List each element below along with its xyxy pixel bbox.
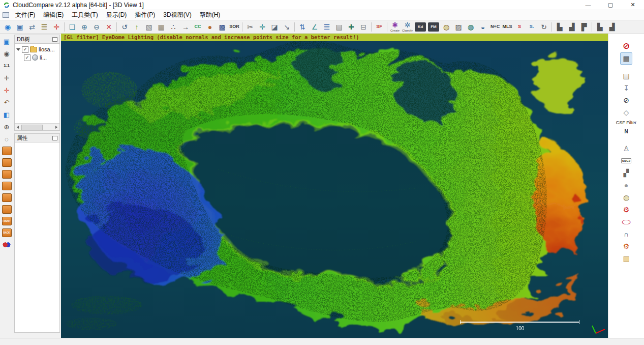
- remove-icon[interactable]: ⊟: [357, 21, 370, 33]
- edl-filter-icon[interactable]: ▦: [620, 52, 632, 65]
- sor-filter-icon[interactable]: SOR: [228, 21, 240, 33]
- menu-display[interactable]: 显示(D): [102, 10, 131, 20]
- scroll-left-icon[interactable]: [15, 124, 21, 130]
- menu-3dview[interactable]: 3D视图(V): [159, 10, 195, 20]
- scrollbar-thumb[interactable]: [21, 125, 43, 130]
- poisson-icon[interactable]: ◍: [621, 192, 632, 203]
- screenshot-icon[interactable]: ◉: [1, 48, 12, 59]
- facet-plugin-icon-2[interactable]: ▟: [566, 21, 578, 33]
- tree-item-cloud[interactable]: ✓ li...: [24, 53, 58, 62]
- apply-transform-icon[interactable]: ✛: [50, 21, 63, 33]
- sphere-grid-icon[interactable]: ◒: [477, 21, 489, 33]
- undock-icon[interactable]: [52, 136, 57, 140]
- perspective-icon[interactable]: ◧: [1, 109, 12, 120]
- magnifier-icon[interactable]: ◌: [1, 133, 12, 145]
- horizontal-scrollbar[interactable]: [15, 123, 59, 130]
- pcv-sphere-icon[interactable]: ●: [621, 180, 632, 191]
- visibility-checkbox[interactable]: ✓: [22, 46, 28, 53]
- maximize-button[interactable]: ▢: [599, 0, 622, 10]
- canupo-classify-icon[interactable]: ✲Classify: [401, 21, 414, 33]
- loop-icon[interactable]: ↻: [538, 21, 550, 33]
- m3c2-icon[interactable]: M3C2: [621, 155, 632, 166]
- bottom-view-icon[interactable]: [2, 158, 12, 167]
- zoom-fit-icon[interactable]: ✛: [1, 72, 12, 83]
- save-icon[interactable]: ▣: [14, 21, 26, 33]
- menu-file[interactable]: 文件(F): [11, 10, 39, 20]
- open-icon[interactable]: ◉: [2, 21, 14, 33]
- fm-tile-icon[interactable]: FM: [428, 22, 439, 32]
- checker-icon[interactable]: ▩: [216, 21, 228, 33]
- back-view-icon[interactable]: BACK: [2, 228, 12, 237]
- menu-tools[interactable]: 工具类(T): [68, 10, 102, 20]
- stereo-icon[interactable]: [1, 239, 12, 250]
- compass-icon[interactable]: ▞: [621, 167, 632, 179]
- child-window-icon[interactable]: [3, 12, 9, 18]
- raster-icon[interactable]: ▦: [155, 21, 167, 33]
- canupo-create-icon[interactable]: ✱Create: [389, 21, 401, 33]
- pivot-icon[interactable]: ✛: [1, 84, 12, 96]
- polyline-icon[interactable]: ∠: [309, 21, 321, 33]
- shield-icon[interactable]: ◇: [621, 107, 632, 118]
- magnet-icon[interactable]: ∩: [621, 228, 632, 240]
- kd-tile-icon[interactable]: Kd: [415, 22, 426, 32]
- sf-convert-icon[interactable]: SF: [373, 21, 385, 33]
- top-view-icon[interactable]: [2, 147, 12, 155]
- zoom-1-1-icon[interactable]: 1:1: [1, 60, 12, 71]
- menu-plugins[interactable]: 插件(P): [131, 10, 159, 20]
- facet-plugin-icon-4[interactable]: ▙: [594, 21, 606, 33]
- tree-item-root[interactable]: ✓ liosa...: [16, 45, 58, 53]
- sra-icon[interactable]: S: [513, 21, 526, 33]
- sort-icon[interactable]: ⇅: [296, 21, 309, 33]
- iso1-view-icon[interactable]: [2, 193, 12, 202]
- delete-icon[interactable]: ✕: [103, 21, 115, 33]
- comb-icon[interactable]: ▥: [621, 253, 632, 264]
- visibility-checkbox[interactable]: ✓: [24, 54, 30, 61]
- minimize-button[interactable]: —: [577, 0, 599, 10]
- menu-help[interactable]: 帮助(H): [196, 10, 225, 20]
- left-view-icon[interactable]: [2, 170, 12, 179]
- undock-icon[interactable]: [52, 37, 57, 42]
- ransac-gear-icon[interactable]: ⚙: [621, 204, 632, 215]
- front-view-icon[interactable]: FRONT: [2, 217, 12, 225]
- facet-plugin-icon-3[interactable]: ▛: [578, 21, 590, 33]
- label-list-icon[interactable]: ▤: [333, 21, 345, 33]
- clone-icon[interactable]: ❏: [66, 21, 78, 33]
- facet-plugin-icon-5[interactable]: ▟: [606, 21, 618, 33]
- render-to-file-icon[interactable]: ▣: [1, 36, 12, 47]
- sketchfab-icon[interactable]: S.: [526, 21, 538, 33]
- spark-gear-icon[interactable]: ⚙: [621, 241, 632, 252]
- scroll-right-icon[interactable]: [53, 124, 59, 130]
- expander-icon[interactable]: [16, 48, 20, 51]
- cross-section-icon[interactable]: ↘: [281, 21, 293, 33]
- menu-edit[interactable]: 编辑(E): [39, 10, 68, 20]
- global-shift-icon[interactable]: ⇄: [26, 21, 38, 33]
- undo-arrow-icon[interactable]: ↺: [118, 21, 131, 33]
- fit-plane-icon[interactable]: ◪: [268, 21, 281, 33]
- facet-plugin-icon-1[interactable]: ▙: [554, 21, 566, 33]
- scissors-icon[interactable]: ✂: [244, 21, 256, 33]
- point-picking-icon[interactable]: ✛: [256, 21, 268, 33]
- noise-sphere-icon[interactable]: ●: [204, 21, 216, 33]
- globe-icon[interactable]: ◍: [465, 21, 477, 33]
- pan-icon[interactable]: ⊕: [1, 121, 12, 132]
- resample-icon[interactable]: →: [179, 21, 192, 33]
- mls-icon[interactable]: MLS: [501, 21, 513, 33]
- hpr-icon[interactable]: ⊘: [621, 95, 632, 106]
- octree-icon[interactable]: ▧: [143, 21, 155, 33]
- subsample-icon[interactable]: ↑: [131, 21, 143, 33]
- iso2-view-icon[interactable]: [2, 205, 12, 214]
- normals-compute-icon[interactable]: N+C: [489, 21, 501, 33]
- close-button[interactable]: ✕: [622, 0, 644, 10]
- normals-icon[interactable]: N: [621, 126, 632, 137]
- point-cloud-render[interactable]: [61, 34, 608, 338]
- disc-icon[interactable]: ◍: [440, 21, 452, 33]
- rotate-view-icon[interactable]: ↶: [1, 97, 12, 108]
- levels-icon[interactable]: ☰: [321, 21, 333, 33]
- facets-icon[interactable]: ♙: [621, 143, 632, 154]
- dem-icon[interactable]: ▨: [452, 21, 465, 33]
- no-gl-filter-icon[interactable]: ⊘: [621, 40, 632, 51]
- 3d-viewport[interactable]: [GL filter] EyeDome Lighting (disable no…: [61, 34, 608, 338]
- properties-list-icon[interactable]: ☰: [38, 21, 50, 33]
- plumbline-icon[interactable]: ↧: [621, 82, 632, 94]
- scatter-points-icon[interactable]: ∴: [167, 21, 179, 33]
